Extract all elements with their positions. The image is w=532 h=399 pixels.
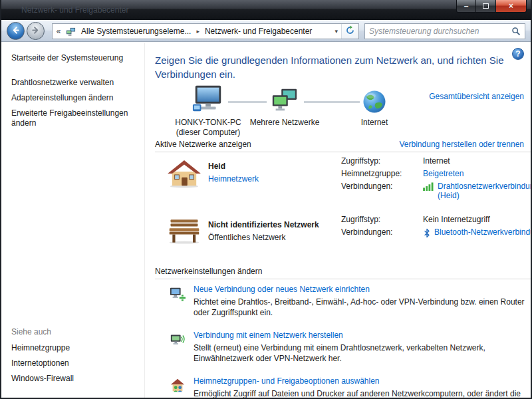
- arrow-right-icon: [31, 25, 41, 37]
- public-network-bench-icon: [167, 217, 201, 246]
- detail-label-connections: Verbindungen:: [341, 227, 423, 237]
- arrow-left-icon: [11, 25, 21, 37]
- homegroup-status-link[interactable]: Beigetreten: [423, 169, 464, 178]
- bluetooth-icon: [423, 228, 431, 240]
- computer-sub-label: (dieser Computer): [162, 128, 255, 138]
- navigation-bar: « Alle Systemsteuerungseleme... ▸ Netzwe…: [1, 20, 531, 42]
- home-network-house-icon: [167, 159, 201, 190]
- breadcrumb-overflow-chevron[interactable]: «: [53, 27, 65, 36]
- active-network-row-unidentified: Nicht identifiziertes Netzwerk Öffentlic…: [155, 211, 531, 265]
- see-also-section: Siehe auch Heimnetzgruppe Internetoption…: [1, 325, 144, 386]
- bluetooth-connection-link[interactable]: Bluetooth-Netzwerkverbindung: [434, 227, 531, 237]
- search-box[interactable]: [364, 23, 525, 39]
- active-network-row-heid: Heid Heimnetzwerk Zugriffstyp: Internet …: [155, 152, 531, 211]
- maximize-icon: [483, 3, 489, 9]
- network-name: Nicht identifiziertes Netzwerk: [208, 220, 319, 229]
- map-node-computer: HONKY-TONK-PC (dieser Computer): [162, 86, 255, 138]
- computer-name-label: HONKY-TONK-PC: [162, 118, 255, 128]
- network-map: HONKY-TONK-PC (dieser Computer) Mehrere …: [155, 86, 524, 138]
- internet-globe-icon: [362, 90, 386, 116]
- multiple-networks-icon: [270, 87, 299, 116]
- access-type-value: Internet: [423, 156, 450, 166]
- network-type-link[interactable]: Heimnetzwerk: [208, 174, 259, 184]
- address-dropdown-icon[interactable]: ▾: [331, 28, 341, 35]
- sidebar-item-control-panel-home[interactable]: Startseite der Systemsteuerung: [1, 51, 144, 66]
- window-controls: – ×: [456, 0, 527, 13]
- back-button[interactable]: [7, 22, 25, 40]
- titlebar[interactable]: Netzwerk- und Freigabecenter – ×: [1, 0, 531, 20]
- access-type-value: Kein Internetzugriff: [423, 215, 490, 224]
- wifi-signal-icon: [423, 182, 434, 193]
- map-node-internet: Internet: [344, 86, 404, 128]
- connect-to-network-link[interactable]: Verbindung mit einem Netzwerk herstellen: [194, 331, 343, 340]
- sidebar-item-homegroup[interactable]: Heimnetzgruppe: [1, 340, 144, 356]
- sidebar-item-advanced-sharing-settings[interactable]: Erweiterte Freigabeeinstellungen ändern: [1, 106, 144, 131]
- network-details: Zugriffstyp: Kein Internetzugriff Verbin…: [341, 215, 531, 243]
- breadcrumb-item-all-control-panel-items[interactable]: Alle Systemsteuerungseleme...: [77, 24, 195, 39]
- breadcrumb-item-network-sharing-center[interactable]: Netzwerk- und Freigabecenter: [201, 24, 316, 39]
- maximize-button[interactable]: [476, 0, 495, 13]
- option-connect-to-network: Verbindung mit einem Netzwerk herstellen…: [155, 331, 531, 376]
- help-icon: ?: [515, 49, 520, 59]
- close-button[interactable]: ×: [495, 0, 527, 13]
- internet-label: Internet: [344, 118, 404, 128]
- network-details: Zugriffstyp: Internet Heimnetzgruppe: Be…: [341, 156, 531, 203]
- sidebar-item-change-adapter-settings[interactable]: Adaptereinstellungen ändern: [1, 90, 144, 106]
- option-new-connection: Neue Verbindung oder neues Netzwerk einr…: [155, 285, 531, 331]
- network-center-icon: [65, 27, 77, 37]
- sidebar-item-windows-firewall[interactable]: Windows-Firewall: [1, 371, 144, 386]
- search-input[interactable]: [365, 27, 507, 36]
- option-description: Richtet eine Drahtlos-, Breitband-, Einw…: [194, 297, 529, 318]
- address-bar[interactable]: « Alle Systemsteuerungseleme... ▸ Netzwe…: [52, 23, 359, 39]
- section-divider: [155, 279, 531, 279]
- option-description: Ermöglicht Zugriff auf Dateien und Druck…: [194, 388, 529, 398]
- sidebar: Startseite der Systemsteuerung Drahtlosn…: [1, 43, 145, 398]
- map-node-multiple-networks: Mehrere Netzwerke: [248, 86, 321, 128]
- homegroup-options-link[interactable]: Heimnetzgruppen- und Freigabeoptionen au…: [194, 376, 380, 386]
- connect-disconnect-link[interactable]: Verbindung herstellen oder trennen: [400, 140, 524, 149]
- see-also-header: Siehe auch: [1, 325, 144, 339]
- forward-button[interactable]: [27, 22, 45, 40]
- sidebar-item-manage-wireless-networks[interactable]: Drahtlosnetzwerke verwalten: [1, 75, 144, 90]
- new-connection-icon: [170, 286, 186, 304]
- network-type-label: Öffentliches Netzwerk: [208, 233, 286, 242]
- detail-label-homegroup: Heimnetzgruppe:: [341, 169, 423, 178]
- active-networks-header: Aktive Netzwerke anzeigen: [155, 140, 251, 149]
- detail-label-access-type: Zugriffstyp:: [341, 156, 423, 166]
- search-icon[interactable]: [507, 27, 525, 36]
- refresh-button[interactable]: [341, 24, 358, 39]
- option-homegroup-sharing: Heimnetzgruppen- und Freigabeoptionen au…: [155, 376, 531, 398]
- multiple-networks-label: Mehrere Netzwerke: [248, 118, 321, 128]
- detail-label-connections: Verbindungen:: [341, 182, 423, 191]
- window-title: Netzwerk- und Freigabecenter: [21, 5, 128, 15]
- detail-label-access-type: Zugriffstyp:: [341, 215, 423, 224]
- option-description: Stellt (erneut) eine Verbindung mit eine…: [194, 342, 529, 364]
- homegroup-icon: [170, 378, 186, 396]
- network-settings-header: Netzwerkeinstellungen ändern: [155, 267, 262, 276]
- minimize-icon: –: [464, 0, 469, 12]
- computer-icon: [192, 84, 225, 116]
- page-heading: Zeigen Sie die grundlegenden Information…: [155, 53, 519, 81]
- close-icon: ×: [509, 0, 513, 12]
- help-button[interactable]: ?: [512, 48, 524, 60]
- sidebar-item-internet-options[interactable]: Internetoptionen: [1, 356, 144, 371]
- connect-network-icon: [170, 332, 186, 350]
- main-content: ? Zeigen Sie die grundlegenden Informati…: [146, 43, 531, 398]
- breadcrumb-separator-icon[interactable]: ▸: [195, 28, 201, 35]
- wireless-connection-link[interactable]: Drahtlosnetzwerkverbindung (Heid): [438, 182, 531, 200]
- refresh-icon: [345, 25, 355, 37]
- view-full-map-link[interactable]: Gesamtübersicht anzeigen: [429, 92, 524, 101]
- network-name: Heid: [208, 162, 225, 171]
- minimize-button[interactable]: –: [456, 0, 476, 13]
- network-sharing-center-window: Netzwerk- und Freigabecenter – × « Alle: [0, 0, 532, 399]
- setup-new-connection-link[interactable]: Neue Verbindung oder neues Netzwerk einr…: [194, 285, 370, 294]
